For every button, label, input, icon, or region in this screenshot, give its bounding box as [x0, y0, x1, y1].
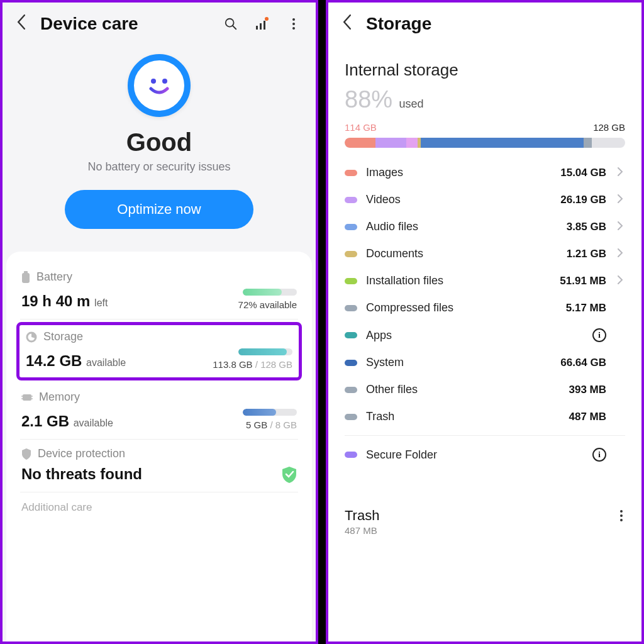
category-color: [345, 278, 357, 284]
category-label: Videos: [366, 193, 552, 206]
back-button[interactable]: [16, 14, 29, 34]
category-size: 51.91 MB: [560, 275, 606, 287]
protection-row[interactable]: Device protection No threats found: [20, 440, 298, 492]
storage-row[interactable]: Storage: [26, 330, 292, 343]
info-icon[interactable]: i: [592, 328, 606, 342]
storage-breakdown-bar: [345, 138, 625, 148]
back-button[interactable]: [342, 14, 355, 34]
svg-rect-4: [264, 21, 265, 30]
category-size: 5.17 MB: [566, 302, 606, 314]
category-size: 26.19 GB: [560, 194, 606, 206]
battery-row[interactable]: Battery 19 h 40 m left 72% available: [20, 263, 298, 319]
storage-highlight: Storage 14.2 GB available 113.8 GB / 128…: [16, 322, 302, 380]
category-color: [345, 251, 357, 257]
more-icon[interactable]: [286, 16, 302, 32]
category-row[interactable]: Trash487 MB: [345, 403, 625, 430]
status-area: Good No battery or security issues Optim…: [3, 43, 316, 248]
svg-rect-11: [23, 394, 31, 401]
svg-rect-2: [256, 26, 258, 30]
memory-label: Memory: [39, 391, 80, 404]
chevron-right-icon: [615, 194, 625, 206]
battery-available: 72% available: [238, 299, 297, 310]
category-row[interactable]: Videos26.19 GB: [345, 186, 625, 213]
page-title: Device care: [40, 14, 211, 34]
battery-bar: [243, 289, 297, 296]
category-color: [345, 170, 357, 176]
status-headline: Good: [126, 128, 192, 157]
category-label: Installation files: [366, 274, 551, 287]
category-list: Images15.04 GBVideos26.19 GBAudio files3…: [328, 159, 641, 430]
category-label: System: [366, 356, 552, 369]
category-label: Other files: [366, 383, 560, 396]
protection-label: Device protection: [38, 447, 125, 460]
category-label: Apps: [366, 329, 584, 342]
chip-icon: [21, 393, 33, 402]
category-size: 393 MB: [569, 384, 606, 396]
chevron-right-icon: [615, 167, 625, 179]
internal-storage-title: Internal storage: [328, 43, 641, 81]
category-color: [345, 414, 357, 420]
category-size: 66.64 GB: [560, 357, 606, 369]
pie-icon: [26, 331, 37, 343]
category-label: Compressed files: [366, 301, 557, 314]
storage-screen: Storage Internal storage 88% used 114 GB…: [326, 0, 644, 644]
storage-bar: [238, 348, 292, 355]
search-icon[interactable]: [223, 16, 239, 32]
category-color: [345, 452, 357, 458]
category-row[interactable]: Appsi: [345, 321, 625, 349]
svg-rect-9: [24, 271, 28, 274]
page-title: Storage: [366, 14, 628, 34]
storage-range: 114 GB 128 GB: [328, 116, 641, 134]
battery-label: Battery: [36, 270, 72, 284]
signal-dot-icon[interactable]: [254, 16, 270, 32]
device-care-screen: Device care: [0, 0, 318, 644]
category-color: [345, 360, 357, 366]
svg-rect-8: [22, 273, 30, 283]
metrics-card: Battery 19 h 40 m left 72% available Sto…: [6, 252, 312, 641]
chevron-right-icon: [615, 221, 625, 233]
category-row[interactable]: Images15.04 GB: [345, 159, 625, 186]
shield-ok-icon: [282, 467, 297, 483]
category-size: 1.21 GB: [567, 248, 606, 260]
svg-rect-3: [260, 23, 262, 30]
additional-care[interactable]: Additional care: [20, 492, 298, 514]
category-row[interactable]: Audio files3.85 GB: [345, 213, 625, 240]
header: Device care: [3, 3, 316, 43]
secure-folder-row[interactable]: Secure Folder i: [345, 441, 625, 469]
category-row[interactable]: Installation files51.91 MB: [345, 267, 625, 294]
smiley-icon: [128, 54, 191, 117]
svg-point-7: [162, 79, 167, 84]
category-size: 3.85 GB: [567, 221, 606, 233]
info-icon[interactable]: i: [592, 448, 606, 462]
trash-section[interactable]: Trash 487 MB: [328, 495, 641, 536]
category-row[interactable]: Compressed files5.17 MB: [345, 294, 625, 321]
memory-bar: [243, 409, 297, 416]
category-label: Images: [366, 166, 552, 179]
header: Storage: [328, 3, 641, 43]
optimize-button[interactable]: Optimize now: [65, 190, 253, 229]
category-row[interactable]: Other files393 MB: [345, 376, 625, 403]
shield-icon: [21, 448, 31, 460]
category-color: [345, 332, 357, 338]
storage-used-total: 113.8 GB / 128 GB: [213, 359, 292, 370]
category-color: [345, 197, 357, 203]
battery-icon: [21, 271, 30, 284]
category-row[interactable]: System66.64 GB: [345, 349, 625, 376]
svg-line-1: [233, 26, 236, 30]
svg-point-6: [151, 79, 156, 84]
storage-label: Storage: [43, 330, 83, 343]
category-color: [345, 224, 357, 230]
category-color: [345, 387, 357, 393]
category-color: [345, 305, 357, 311]
chevron-right-icon: [615, 248, 625, 260]
memory-row[interactable]: Memory 2.1 GB available 5 GB / 8 GB: [20, 383, 298, 440]
used-percent: 88% used: [328, 81, 641, 116]
memory-used-total: 5 GB / 8 GB: [246, 419, 297, 430]
category-label: Trash: [366, 410, 560, 423]
category-label: Documents: [366, 247, 558, 260]
status-subtext: No battery or security issues: [87, 160, 230, 174]
category-row[interactable]: Documents1.21 GB: [345, 240, 625, 267]
category-label: Audio files: [366, 220, 558, 233]
more-icon[interactable]: [618, 508, 625, 524]
category-size: 487 MB: [569, 411, 606, 423]
